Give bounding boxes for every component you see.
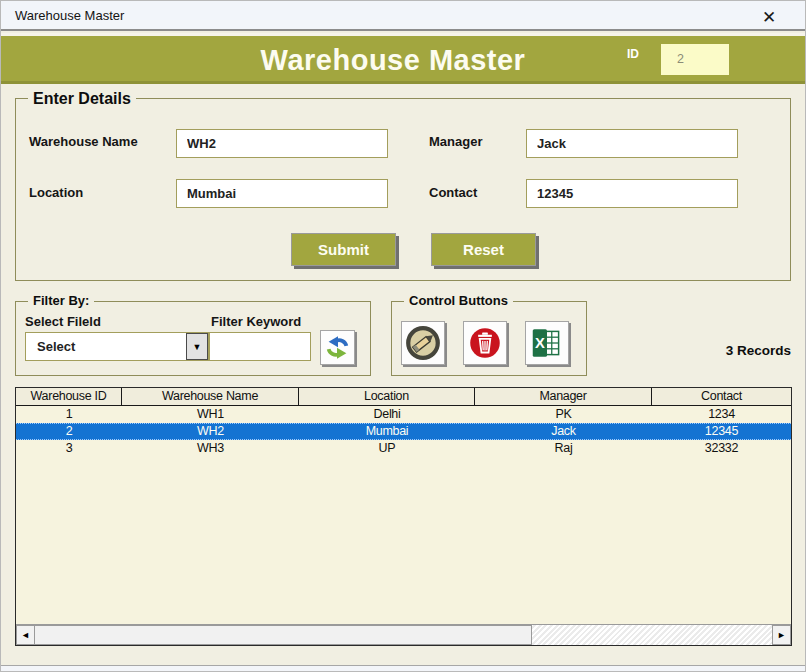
warehouse-master-window: Warehouse Master ✕ Warehouse Master ID 2… xyxy=(0,0,806,672)
titlebar: Warehouse Master ✕ xyxy=(1,1,806,31)
cell-contact: 1234 xyxy=(652,406,791,423)
table-row[interactable]: 1 WH1 Delhi PK 1234 xyxy=(16,406,791,423)
delete-button[interactable] xyxy=(463,321,507,365)
select-field-label: Select Fileld xyxy=(25,314,101,329)
control-buttons-legend: Control Buttons xyxy=(404,293,513,308)
column-header-location: Location xyxy=(299,388,475,405)
manager-label: Manager xyxy=(429,134,482,149)
contact-label: Contact xyxy=(429,185,477,200)
scrollbar-thumb[interactable] xyxy=(35,625,532,645)
export-excel-button[interactable]: X xyxy=(525,321,569,365)
column-header-warehouse-name: Warehouse Name xyxy=(122,388,299,405)
manager-field[interactable] xyxy=(526,129,738,158)
chevron-down-icon[interactable]: ▼ xyxy=(186,333,208,360)
trash-icon xyxy=(466,324,504,362)
refresh-icon xyxy=(325,335,350,360)
window-title: Warehouse Master xyxy=(15,8,124,23)
filter-keyword-input[interactable] xyxy=(209,332,311,361)
cell-warehouse-id: 2 xyxy=(16,424,122,439)
close-icon[interactable]: ✕ xyxy=(757,5,781,29)
cell-location: Mumbai xyxy=(299,424,475,439)
refresh-button[interactable] xyxy=(320,330,355,365)
location-label: Location xyxy=(29,185,83,200)
enter-details-legend: Enter Details xyxy=(28,90,136,108)
cell-warehouse-name: WH3 xyxy=(122,440,299,457)
cell-warehouse-name: WH1 xyxy=(122,406,299,423)
cell-contact: 12345 xyxy=(652,424,791,439)
svg-text:X: X xyxy=(535,335,545,351)
filter-legend: Filter By: xyxy=(28,293,94,308)
warehouse-name-label: Warehouse Name xyxy=(29,134,138,149)
location-field[interactable] xyxy=(176,179,388,208)
scroll-right-icon[interactable]: ► xyxy=(772,625,791,645)
cell-warehouse-id: 3 xyxy=(16,440,122,457)
table-header-row: Warehouse ID Warehouse Name Location Man… xyxy=(16,388,791,406)
cell-warehouse-name: WH2 xyxy=(122,424,299,439)
cell-manager: PK xyxy=(475,406,652,423)
submit-button[interactable]: Submit xyxy=(291,233,396,266)
table-row[interactable]: 3 WH3 UP Raj 32332 xyxy=(16,440,791,457)
reset-button[interactable]: Reset xyxy=(431,233,536,266)
filter-keyword-label: Filter Keyword xyxy=(211,314,301,329)
id-label: ID xyxy=(627,47,639,61)
contact-field[interactable] xyxy=(526,179,738,208)
excel-icon: X xyxy=(528,324,566,362)
cell-warehouse-id: 1 xyxy=(16,406,122,423)
cell-location: UP xyxy=(299,440,475,457)
id-field[interactable]: 2 xyxy=(661,44,729,75)
column-header-warehouse-id: Warehouse ID xyxy=(16,388,122,405)
window-bottom-edge xyxy=(1,665,806,671)
warehouse-table: Warehouse ID Warehouse Name Location Man… xyxy=(15,387,792,646)
edit-pencil-icon xyxy=(404,324,442,362)
cell-manager: Raj xyxy=(475,440,652,457)
warehouse-name-field[interactable] xyxy=(176,129,388,158)
horizontal-scrollbar[interactable]: ◄ ► xyxy=(16,624,791,645)
scroll-left-icon[interactable]: ◄ xyxy=(16,625,35,645)
records-count: 3 Records xyxy=(691,343,791,358)
table-row-selected[interactable]: 2 WH2 Mumbai Jack 12345 xyxy=(16,423,791,440)
cell-location: Delhi xyxy=(299,406,475,423)
column-header-contact: Contact xyxy=(652,388,791,405)
column-header-manager: Manager xyxy=(475,388,652,405)
field-select-value: Select xyxy=(37,339,75,354)
edit-button[interactable] xyxy=(401,321,445,365)
header-band: Warehouse Master ID 2 xyxy=(1,36,806,84)
cell-manager: Jack xyxy=(475,424,652,439)
field-select-combo[interactable]: Select ▼ xyxy=(25,332,209,361)
cell-contact: 32332 xyxy=(652,440,791,457)
